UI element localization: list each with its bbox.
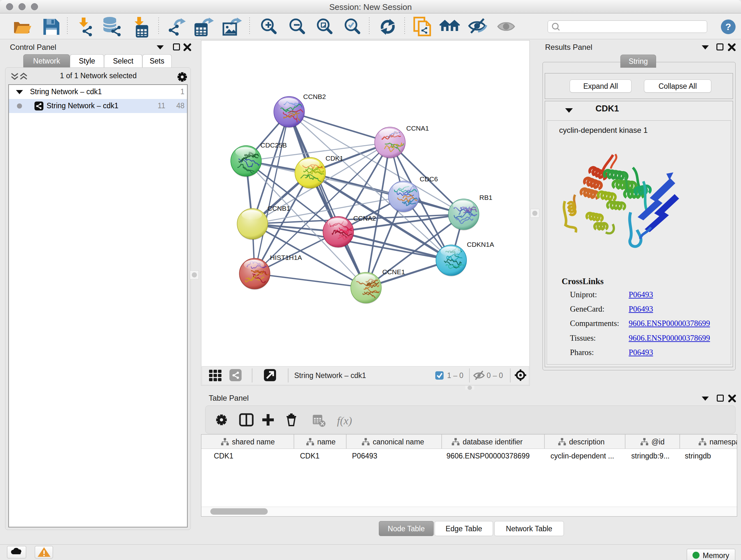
svg-text:f(x): f(x) — [337, 415, 352, 427]
svg-text:CDK1: CDK1 — [326, 154, 343, 162]
svg-text:canonical name: canonical name — [373, 438, 424, 446]
svg-text:CCNB2: CCNB2 — [303, 93, 326, 100]
svg-text:HIST1H1A: HIST1H1A — [270, 254, 302, 261]
svg-text:CCNB1: CCNB1 — [267, 205, 290, 212]
svg-text:shared name: shared name — [232, 438, 275, 446]
svg-text:1 – 0: 1 – 0 — [447, 371, 463, 380]
svg-text:description: description — [569, 438, 604, 446]
svg-text:CDKN1A: CDKN1A — [467, 241, 494, 248]
svg-text:RB1: RB1 — [479, 194, 492, 201]
svg-text:CCNA1: CCNA1 — [406, 125, 429, 132]
svg-text:name: name — [317, 438, 336, 446]
svg-text:CCNE1: CCNE1 — [382, 268, 405, 275]
svg-text:@id: @id — [651, 438, 664, 446]
svg-text:String Network – cdk1: String Network – cdk1 — [294, 371, 366, 380]
svg-text:0 – 0: 0 – 0 — [487, 371, 503, 380]
svg-text:database identifier: database identifier — [463, 438, 523, 446]
svg-text:namespace: namespace — [710, 438, 737, 446]
svg-text:CDC6: CDC6 — [420, 175, 438, 183]
svg-text:CDC25B: CDC25B — [260, 141, 287, 149]
svg-text:CCNA2: CCNA2 — [353, 214, 376, 222]
